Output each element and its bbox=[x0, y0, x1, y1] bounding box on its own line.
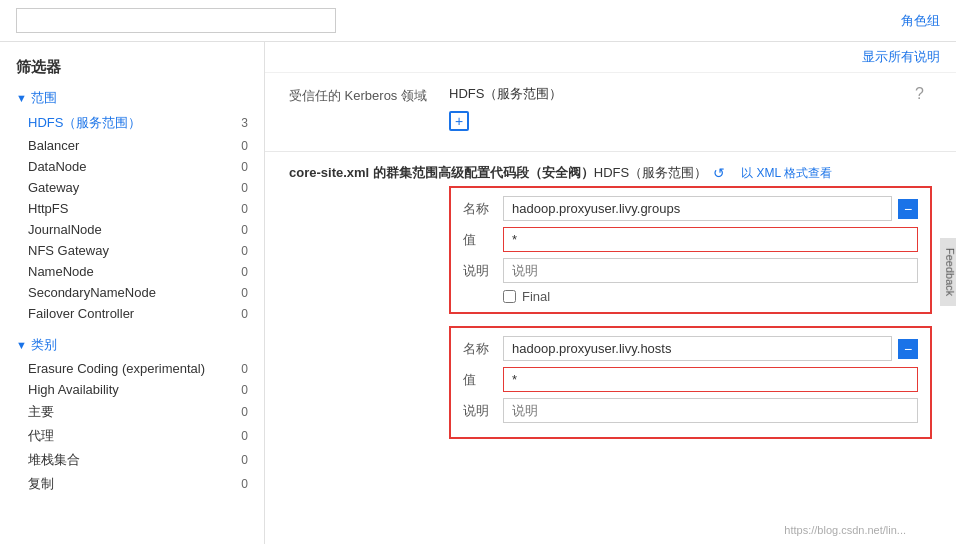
sidebar-item-label: Failover Controller bbox=[28, 306, 134, 321]
sidebar-item-label: NFS Gateway bbox=[28, 243, 109, 258]
scope-section-label: 范围 bbox=[31, 89, 57, 107]
name-input-0[interactable] bbox=[503, 196, 892, 221]
name-field-row-1: 名称 − bbox=[463, 336, 918, 361]
name-label-1: 名称 bbox=[463, 340, 503, 358]
top-bar: core-site.xml 角色组 bbox=[0, 0, 956, 42]
sidebar-item-highavailability[interactable]: High Availability 0 bbox=[0, 379, 264, 400]
sidebar-item-balancer[interactable]: Balancer 0 bbox=[0, 135, 264, 156]
final-label-0: Final bbox=[522, 289, 550, 304]
sidebar-item-nfsgateway[interactable]: NFS Gateway 0 bbox=[0, 240, 264, 261]
sidebar-item-count: 0 bbox=[232, 429, 248, 443]
sidebar-item-label: Erasure Coding (experimental) bbox=[28, 361, 205, 376]
sidebar-item-count: 0 bbox=[232, 362, 248, 376]
chevron-down-icon: ▼ bbox=[16, 92, 27, 104]
show-all-link[interactable]: 显示所有说明 bbox=[862, 48, 940, 66]
feedback-tab[interactable]: Feedback bbox=[940, 238, 956, 306]
content-top-bar: 显示所有说明 bbox=[265, 42, 956, 73]
kerberos-row: 受信任的 Kerberos 领域 HDFS（服务范围） + bbox=[289, 85, 932, 131]
sidebar-item-count: 0 bbox=[232, 405, 248, 419]
sidebar-item-journalnode[interactable]: JournalNode 0 bbox=[0, 219, 264, 240]
category-section-label: 类别 bbox=[31, 336, 57, 354]
sidebar-item-copy[interactable]: 复制 0 bbox=[0, 472, 264, 496]
sidebar-item-httpfs[interactable]: HttpFS 0 bbox=[0, 198, 264, 219]
kerberos-label: 受信任的 Kerberos 领域 bbox=[289, 85, 449, 105]
desc-input-1[interactable] bbox=[503, 398, 918, 423]
sidebar-item-stackcollect[interactable]: 堆栈集合 0 bbox=[0, 448, 264, 472]
kerberos-add-button[interactable]: + bbox=[449, 111, 469, 131]
sidebar-item-main[interactable]: 主要 0 bbox=[0, 400, 264, 424]
sidebar-item-gateway[interactable]: Gateway 0 bbox=[0, 177, 264, 198]
desc-field-row-0: 说明 bbox=[463, 258, 918, 283]
desc-label-0: 说明 bbox=[463, 262, 503, 280]
main-layout: 筛选器 ▼ 范围 HDFS（服务范围） 3 Balancer 0 DataNod… bbox=[0, 42, 956, 544]
sidebar-item-datanode[interactable]: DataNode 0 bbox=[0, 156, 264, 177]
name-field-row-0: 名称 − bbox=[463, 196, 918, 221]
value-input-1[interactable] bbox=[503, 367, 918, 392]
desc-input-0[interactable] bbox=[503, 258, 918, 283]
sidebar-item-erasurecoding[interactable]: Erasure Coding (experimental) 0 bbox=[0, 358, 264, 379]
config-scope: HDFS（服务范围） ↺ 以 XML 格式查看 bbox=[594, 164, 832, 182]
sidebar-item-failovercontroller[interactable]: Failover Controller 0 bbox=[0, 303, 264, 324]
kerberos-section: 受信任的 Kerberos 领域 HDFS（服务范围） + ? bbox=[265, 73, 956, 152]
config-header-row: core-site.xml 的群集范围高级配置代码段（安全阀） HDFS（服务范… bbox=[289, 164, 932, 182]
sidebar-item-count: 0 bbox=[232, 160, 248, 174]
category-items: Erasure Coding (experimental) 0 High Ava… bbox=[0, 358, 264, 496]
sidebar-item-count: 0 bbox=[232, 383, 248, 397]
config-entry-1: 名称 − 值 说明 bbox=[449, 326, 932, 439]
sidebar-section-scope[interactable]: ▼ 范围 bbox=[0, 85, 264, 111]
scope-items: HDFS（服务范围） 3 Balancer 0 DataNode 0 Gatew… bbox=[0, 111, 264, 324]
sidebar-item-label: JournalNode bbox=[28, 222, 102, 237]
config-title: core-site.xml 的群集范围高级配置代码段（安全阀） bbox=[289, 164, 594, 182]
watermark: https://blog.csdn.net/lin... bbox=[784, 524, 906, 536]
sidebar-item-hdfs[interactable]: HDFS（服务范围） 3 bbox=[0, 111, 264, 135]
name-label-0: 名称 bbox=[463, 200, 503, 218]
sidebar-item-namenode[interactable]: NameNode 0 bbox=[0, 261, 264, 282]
sidebar-item-label: HttpFS bbox=[28, 201, 68, 216]
value-label-1: 值 bbox=[463, 371, 503, 389]
final-row-0: Final bbox=[463, 289, 918, 304]
content-area: 显示所有说明 受信任的 Kerberos 领域 HDFS（服务范围） + ? c… bbox=[265, 42, 956, 544]
sidebar-item-label: 主要 bbox=[28, 403, 54, 421]
final-checkbox-0[interactable] bbox=[503, 290, 516, 303]
config-entry-0: 名称 − 值 说明 Final bbox=[449, 186, 932, 314]
sidebar-item-proxy[interactable]: 代理 0 bbox=[0, 424, 264, 448]
sidebar-item-label: HDFS（服务范围） bbox=[28, 114, 141, 132]
sidebar-item-count: 0 bbox=[232, 244, 248, 258]
sidebar-item-label: SecondaryNameNode bbox=[28, 285, 156, 300]
remove-entry-1-button[interactable]: − bbox=[898, 339, 918, 359]
sidebar-item-secondarynamenode[interactable]: SecondaryNameNode 0 bbox=[0, 282, 264, 303]
sidebar-item-count: 3 bbox=[232, 116, 248, 130]
sidebar-item-count: 0 bbox=[232, 286, 248, 300]
config-entries: 名称 − 值 说明 Final bbox=[449, 186, 932, 439]
value-input-0[interactable] bbox=[503, 227, 918, 252]
sidebar-item-count: 0 bbox=[232, 265, 248, 279]
value-label-0: 值 bbox=[463, 231, 503, 249]
remove-entry-0-button[interactable]: − bbox=[898, 199, 918, 219]
sidebar-item-label: Gateway bbox=[28, 180, 79, 195]
sidebar-item-label: NameNode bbox=[28, 264, 94, 279]
sidebar-item-label: 堆栈集合 bbox=[28, 451, 80, 469]
sidebar-item-count: 0 bbox=[232, 477, 248, 491]
chevron-down-icon: ▼ bbox=[16, 339, 27, 351]
value-field-row-1: 值 bbox=[463, 367, 918, 392]
value-field-row-0: 值 bbox=[463, 227, 918, 252]
xml-link[interactable]: 以 XML 格式查看 bbox=[741, 165, 832, 182]
sidebar-item-label: 代理 bbox=[28, 427, 54, 445]
help-icon[interactable]: ? bbox=[915, 85, 924, 103]
sidebar: 筛选器 ▼ 范围 HDFS（服务范围） 3 Balancer 0 DataNod… bbox=[0, 42, 265, 544]
sidebar-section-category[interactable]: ▼ 类别 bbox=[0, 332, 264, 358]
sidebar-item-count: 0 bbox=[232, 181, 248, 195]
refresh-icon[interactable]: ↺ bbox=[713, 165, 725, 181]
sidebar-item-count: 0 bbox=[232, 139, 248, 153]
kerberos-content: HDFS（服务范围） + bbox=[449, 85, 932, 131]
sidebar-item-count: 0 bbox=[232, 307, 248, 321]
desc-field-row-1: 说明 bbox=[463, 398, 918, 423]
role-group-link[interactable]: 角色组 bbox=[901, 12, 940, 30]
name-input-1[interactable] bbox=[503, 336, 892, 361]
sidebar-item-count: 0 bbox=[232, 453, 248, 467]
sidebar-item-count: 0 bbox=[232, 223, 248, 237]
sidebar-item-count: 0 bbox=[232, 202, 248, 216]
sidebar-item-label: Balancer bbox=[28, 138, 79, 153]
sidebar-item-label: DataNode bbox=[28, 159, 87, 174]
search-input[interactable]: core-site.xml bbox=[16, 8, 336, 33]
